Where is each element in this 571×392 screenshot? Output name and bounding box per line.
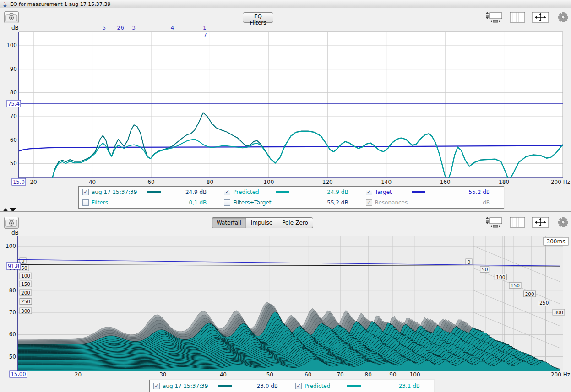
graph-toolbar-bottom bbox=[485, 216, 571, 229]
svg-text:15,0: 15,0 bbox=[13, 179, 25, 185]
svg-text:5: 5 bbox=[102, 25, 106, 31]
svg-text:1: 1 bbox=[203, 25, 207, 31]
svg-text:70: 70 bbox=[10, 113, 17, 119]
svg-text:120: 120 bbox=[322, 179, 333, 185]
svg-text:200 Hz: 200 Hz bbox=[551, 179, 570, 185]
top-chart-db-axis-unit: dB bbox=[11, 25, 19, 31]
svg-text:80: 80 bbox=[9, 287, 16, 294]
svg-text:91,8: 91,8 bbox=[8, 263, 20, 269]
svg-text:60: 60 bbox=[305, 371, 311, 378]
svg-text:60: 60 bbox=[10, 137, 17, 143]
svg-text:150: 150 bbox=[21, 281, 30, 287]
legend-checkbox[interactable] bbox=[224, 199, 230, 206]
svg-text:90: 90 bbox=[10, 66, 17, 72]
legend-item-filters: Filters 0,1 dB bbox=[79, 198, 220, 209]
capture-graph-button-bottom[interactable] bbox=[4, 217, 19, 229]
svg-text:50: 50 bbox=[10, 160, 17, 166]
svg-text:200: 200 bbox=[21, 290, 30, 295]
svg-text:180: 180 bbox=[499, 179, 509, 185]
legend-checkbox[interactable]: ✓ bbox=[153, 383, 160, 389]
svg-text:40: 40 bbox=[89, 179, 96, 185]
legend-checkbox[interactable]: ✓ bbox=[295, 383, 302, 389]
app-window: EQ for measurement 1 aug 17 15:37:39 100… bbox=[0, 0, 571, 392]
window-title: EQ for measurement 1 aug 17 15:37:39 bbox=[10, 1, 111, 7]
svg-text:4: 4 bbox=[170, 25, 174, 31]
legend-item-predicted: ✓ Predicted 23,1 dB bbox=[292, 380, 434, 392]
graph-toolbar-top bbox=[485, 11, 571, 24]
svg-text:30: 30 bbox=[159, 371, 166, 378]
svg-text:0: 0 bbox=[468, 259, 471, 265]
tab-waterfall[interactable]: Waterfall bbox=[212, 217, 246, 228]
title-bar[interactable]: EQ for measurement 1 aug 17 15:37:39 bbox=[0, 0, 571, 8]
trace-swatch bbox=[422, 202, 435, 204]
eq-filters-button[interactable]: EQ Filters bbox=[243, 12, 273, 23]
svg-text:100: 100 bbox=[5, 243, 16, 249]
svg-text:140: 140 bbox=[381, 179, 392, 185]
svg-text:300: 300 bbox=[554, 310, 563, 315]
top-chart-legend: ✓ aug 17 15:37:39 24,9 dB ✓ Predicted 24… bbox=[78, 186, 504, 209]
legend-item-resonances: ✓ Resonances dB bbox=[362, 198, 504, 209]
tab-impulse[interactable]: Impulse bbox=[246, 217, 277, 228]
legend-checkbox[interactable]: ✓ bbox=[366, 189, 372, 195]
trace-swatch bbox=[147, 191, 161, 193]
legend-checkbox[interactable]: ✓ bbox=[366, 199, 372, 206]
settings-gear-icon[interactable] bbox=[554, 11, 571, 24]
svg-text:200 Hz: 200 Hz bbox=[551, 371, 570, 378]
svg-text:7: 7 bbox=[203, 32, 207, 38]
svg-text:80: 80 bbox=[207, 179, 213, 185]
gridlines-icon[interactable] bbox=[508, 216, 527, 229]
trace-swatch bbox=[284, 202, 298, 204]
legend-item-measurement: ✓ aug 17 15:37:39 23,0 dB bbox=[150, 380, 292, 392]
bottom-chart-db-axis-unit: dB bbox=[11, 230, 19, 236]
tab-pole-zero[interactable]: Pole-Zero bbox=[277, 217, 313, 228]
legend-item-filters-target: Filters+Target 55,2 dB bbox=[220, 198, 362, 209]
capture-graph-button-top[interactable] bbox=[4, 11, 19, 23]
svg-text:15,00: 15,00 bbox=[11, 371, 26, 377]
settings-gear-icon[interactable] bbox=[554, 216, 571, 229]
svg-text:60: 60 bbox=[147, 179, 154, 185]
svg-text:20: 20 bbox=[30, 179, 37, 185]
svg-text:300: 300 bbox=[21, 308, 30, 314]
svg-text:100: 100 bbox=[21, 273, 30, 279]
svg-text:3: 3 bbox=[132, 25, 136, 31]
svg-text:40: 40 bbox=[220, 371, 227, 378]
svg-text:70: 70 bbox=[337, 371, 343, 378]
svg-text:60: 60 bbox=[9, 331, 16, 338]
legend-checkbox[interactable] bbox=[82, 199, 89, 206]
svg-text:20: 20 bbox=[75, 371, 82, 378]
pan-icon[interactable] bbox=[531, 11, 550, 24]
svg-text:50: 50 bbox=[266, 371, 273, 378]
trace-swatch bbox=[412, 191, 425, 193]
camera-icon bbox=[5, 218, 17, 227]
legend-item-target: ✓ Target 55,2 dB bbox=[362, 187, 504, 198]
svg-text:150: 150 bbox=[511, 283, 520, 288]
axis-limits-icon[interactable] bbox=[485, 216, 504, 229]
svg-text:75,4: 75,4 bbox=[8, 101, 20, 107]
svg-text:100: 100 bbox=[263, 179, 274, 185]
gridlines-icon[interactable] bbox=[508, 11, 527, 24]
legend-checkbox[interactable]: ✓ bbox=[224, 189, 230, 195]
svg-text:100: 100 bbox=[6, 42, 17, 48]
panel-splitter[interactable] bbox=[0, 211, 571, 212]
svg-text:50: 50 bbox=[482, 267, 488, 272]
svg-text:100: 100 bbox=[496, 274, 505, 280]
bottom-chart-tabs: Waterfall Impulse Pole-Zero bbox=[212, 217, 313, 228]
svg-text:90: 90 bbox=[9, 265, 16, 271]
svg-text:80: 80 bbox=[365, 371, 372, 378]
legend-checkbox[interactable]: ✓ bbox=[82, 189, 89, 195]
camera-icon bbox=[5, 13, 17, 22]
java-app-icon bbox=[2, 1, 8, 7]
svg-text:70: 70 bbox=[9, 309, 16, 316]
trace-swatch bbox=[347, 385, 361, 387]
trace-swatch bbox=[128, 202, 141, 204]
svg-text:250: 250 bbox=[21, 299, 30, 304]
trace-swatch bbox=[218, 385, 232, 387]
axis-limits-icon[interactable] bbox=[485, 11, 504, 24]
svg-text:250: 250 bbox=[539, 300, 549, 306]
svg-text:0: 0 bbox=[22, 258, 25, 263]
svg-text:160: 160 bbox=[440, 179, 451, 185]
svg-text:50: 50 bbox=[9, 354, 16, 360]
svg-text:26: 26 bbox=[117, 25, 124, 31]
pan-icon[interactable] bbox=[531, 216, 550, 229]
trace-swatch bbox=[276, 191, 289, 193]
